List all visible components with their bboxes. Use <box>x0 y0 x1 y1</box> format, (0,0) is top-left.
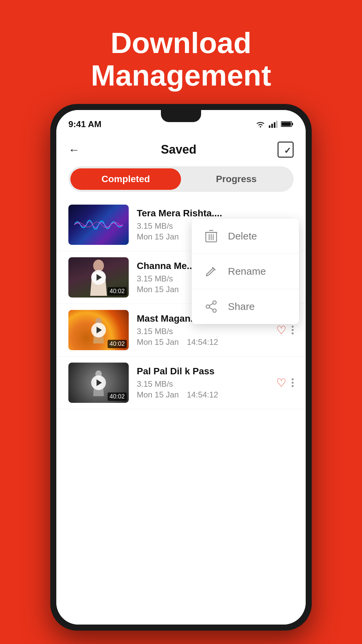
delete-label: Delete <box>228 230 257 242</box>
status-icons <box>255 120 294 128</box>
item-size-4: 3.15 MB/s <box>137 379 272 389</box>
svg-rect-2 <box>271 124 273 128</box>
top-bar: ← Saved <box>56 133 306 163</box>
item-title-4: Pal Pal Dil k Pass <box>137 366 272 377</box>
phone-inner: 9:41 AM <box>56 110 306 625</box>
menu-item-delete[interactable]: Delete <box>192 219 299 254</box>
context-menu: Delete Rename <box>192 219 299 324</box>
svg-point-13 <box>206 305 209 308</box>
select-all-button[interactable] <box>278 142 294 158</box>
item-date-4: Mon 15 Jan 14:54:12 <box>137 390 272 399</box>
item-date-3: Mon 15 Jan 14:54:12 <box>137 337 272 347</box>
thumbnail-4: 40:02 <box>68 363 129 403</box>
app-screen: ← Saved Completed Progress <box>56 133 306 625</box>
page-background: Download Management <box>0 0 362 105</box>
share-label: Share <box>228 301 255 312</box>
svg-point-0 <box>260 126 261 127</box>
tab-completed[interactable]: Completed <box>70 168 181 190</box>
svg-rect-6 <box>292 123 293 125</box>
phone-outer: 9:41 AM <box>50 104 312 631</box>
thumbnail-3: 40:02 <box>68 310 129 350</box>
svg-line-15 <box>209 304 213 306</box>
wifi-icon <box>255 120 265 128</box>
svg-rect-3 <box>274 122 276 128</box>
notch <box>161 110 201 122</box>
play-button-3[interactable] <box>91 323 106 337</box>
back-button[interactable]: ← <box>68 143 80 156</box>
page-title: Download Management <box>0 0 362 105</box>
status-time: 9:41 AM <box>68 119 102 129</box>
battery-icon <box>281 121 294 127</box>
svg-point-12 <box>213 301 216 304</box>
item-title-1: Tera Mera Rishta.... <box>137 208 273 219</box>
signal-icon <box>269 120 278 128</box>
list-container: Tera Mera Rishta.... 3.15 MB/s Mon 15 Ja… <box>56 199 306 625</box>
more-menu-button-3[interactable] <box>292 326 294 334</box>
thumbnail-2: 40:02 <box>68 257 129 298</box>
phone-frame: 9:41 AM <box>50 104 312 631</box>
duration-badge-3: 40:02 <box>108 340 127 348</box>
favorite-button-3[interactable]: ♡ <box>276 323 286 337</box>
play-button-4[interactable] <box>91 375 106 390</box>
edit-icon <box>204 264 219 279</box>
list-item: 40:02 Pal Pal Dil k Pass 3.15 MB/s Mon 1… <box>56 357 306 409</box>
favorite-button-4[interactable]: ♡ <box>276 376 286 389</box>
duration-badge-2: 40:02 <box>108 287 127 296</box>
list-item: Tera Mera Rishta.... 3.15 MB/s Mon 15 Ja… <box>56 199 306 251</box>
duration-badge-4: 40:02 <box>108 392 127 401</box>
item-actions-3: ♡ <box>276 323 294 337</box>
menu-item-rename[interactable]: Rename <box>192 254 299 289</box>
more-menu-button-4[interactable] <box>292 378 294 387</box>
trash-icon <box>204 229 219 244</box>
rename-label: Rename <box>228 266 266 277</box>
svg-point-14 <box>213 309 216 312</box>
menu-item-share[interactable]: Share <box>192 289 299 324</box>
screen-title: Saved <box>161 143 196 157</box>
item-actions-4: ♡ <box>276 376 294 389</box>
tab-bar: Completed Progress <box>68 166 294 192</box>
share-icon <box>204 299 219 314</box>
item-size-3: 3.15 MB/s <box>137 327 272 336</box>
waveform-graphic <box>71 213 126 237</box>
svg-rect-1 <box>269 125 270 128</box>
item-info-4: Pal Pal Dil k Pass 3.15 MB/s Mon 15 Jan … <box>137 366 272 399</box>
svg-line-16 <box>209 308 213 310</box>
svg-rect-4 <box>276 121 278 128</box>
play-button-2[interactable] <box>91 270 106 285</box>
tab-progress[interactable]: Progress <box>181 168 292 190</box>
svg-rect-7 <box>282 122 291 126</box>
thumbnail-1 <box>68 205 129 245</box>
